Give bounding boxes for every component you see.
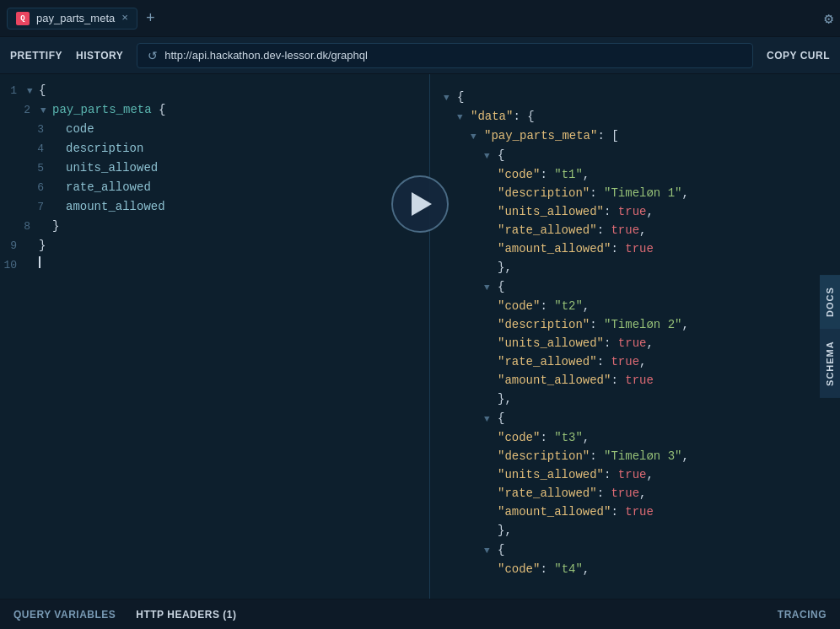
line-num-7: 7 xyxy=(27,199,54,216)
main-content: 1 ▼ { 2 ▼ pay_parts_meta { 3 code 4 desc… xyxy=(0,74,840,599)
resp-i3-desc: "description" : "Timeløn 3" , xyxy=(444,447,827,465)
resp-line-data: ▼ "data" : { xyxy=(444,107,827,126)
resp-i1-amount: "amount_allowed" : true xyxy=(444,239,827,258)
play-icon xyxy=(412,192,432,216)
resp-i3-code: "code" : "t3" , xyxy=(444,428,827,447)
tab-bar-left: Q pay_parts_meta × + xyxy=(7,8,160,30)
query-line-8: 8 } xyxy=(0,217,429,236)
response-panel[interactable]: ▼ { ▼ "data" : { ▼ "pay_parts_meta" : [ … xyxy=(430,74,840,599)
resp-i3-amount: "amount_allowed" : true xyxy=(444,503,827,521)
tab-bar: Q pay_parts_meta × + ⚙ xyxy=(0,0,840,37)
resp-toggle-ppm[interactable]: ▼ xyxy=(471,128,481,145)
line-num-3: 3 xyxy=(27,121,54,138)
docs-panel-button[interactable]: DOCS xyxy=(820,275,840,329)
resp-i3-close: }, xyxy=(444,521,827,540)
http-headers-tab[interactable]: HTTP HEADERS (1) xyxy=(136,609,236,621)
resp-i1-code: "code" : "t1" , xyxy=(444,165,827,184)
line-num-1: 1 xyxy=(0,83,27,99)
resp-i2-desc: "description" : "Timeløn 2" , xyxy=(444,315,827,334)
resp-i2-code: "code" : "t2" , xyxy=(444,297,827,315)
resp-i1-rate: "rate_allowed" : true , xyxy=(444,221,827,239)
query-line-4: 4 description xyxy=(0,139,429,159)
resp-i4-code: "code" : "t4" , xyxy=(444,560,827,578)
query-variables-tab[interactable]: QUERY VARIABLES xyxy=(13,609,116,621)
line-num-4: 4 xyxy=(27,141,54,158)
resp-i1-close: }, xyxy=(444,258,827,277)
bottom-bar: QUERY VARIABLES HTTP HEADERS (1) TRACING xyxy=(0,599,840,629)
query-line-9: 9 } xyxy=(0,236,429,255)
line-num-8: 8 xyxy=(13,218,40,235)
side-buttons: DOCS SCHEMA xyxy=(820,275,840,397)
resp-line-brace-open: ▼ { xyxy=(444,88,827,107)
copy-curl-button[interactable]: COPY CURL xyxy=(767,50,830,62)
resp-item-4-open: ▼ { xyxy=(444,540,827,560)
url-text: http://api.hackathon.dev-lessor.dk/graph… xyxy=(164,49,368,62)
resp-item-2-open: ▼ { xyxy=(444,277,827,297)
bottom-tabs: QUERY VARIABLES HTTP HEADERS (1) xyxy=(13,609,236,621)
query-line-7: 7 amount_allowed xyxy=(0,197,429,217)
resp-toggle-0[interactable]: ▼ xyxy=(444,89,454,106)
resp-toggle-data[interactable]: ▼ xyxy=(457,109,467,126)
resp-i3-rate: "rate_allowed" : true , xyxy=(444,484,827,503)
tab-close-button[interactable]: × xyxy=(121,12,128,24)
refresh-icon: ↺ xyxy=(148,49,158,62)
execute-query-button[interactable] xyxy=(391,175,449,233)
schema-panel-button[interactable]: SCHEMA xyxy=(820,329,840,398)
tracing-button[interactable]: TRACING xyxy=(778,609,827,621)
line-toggle-2[interactable]: ▼ xyxy=(40,102,51,119)
resp-i2-rate: "rate_allowed" : true , xyxy=(444,352,827,371)
query-line-6: 6 rate_allowed xyxy=(0,178,429,197)
resp-line-ppm: ▼ "pay_parts_meta" : [ xyxy=(444,126,827,146)
active-tab[interactable]: Q pay_parts_meta × xyxy=(7,8,137,30)
resp-i1-desc: "description" : "Timeløn 1" , xyxy=(444,184,827,202)
query-editor[interactable]: 1 ▼ { 2 ▼ pay_parts_meta { 3 code 4 desc… xyxy=(0,74,430,599)
query-line-5: 5 units_allowed xyxy=(0,159,429,178)
new-tab-button[interactable]: + xyxy=(141,8,160,29)
url-bar[interactable]: ↺ http://api.hackathon.dev-lessor.dk/gra… xyxy=(137,43,753,68)
line-num-2: 2 xyxy=(13,102,40,119)
query-line-10: 10 xyxy=(0,255,429,275)
tab-icon: Q xyxy=(16,12,30,25)
text-cursor xyxy=(39,256,40,268)
resp-i1-units: "units_allowed" : true , xyxy=(444,202,827,221)
query-line-3: 3 code xyxy=(0,120,429,139)
query-line-2: 2 ▼ pay_parts_meta { xyxy=(0,100,429,120)
settings-icon[interactable]: ⚙ xyxy=(824,9,833,28)
resp-i2-close: }, xyxy=(444,390,827,409)
line-num-9: 9 xyxy=(0,238,27,255)
line-toggle-1[interactable]: ▼ xyxy=(27,83,37,99)
resp-toggle-i3[interactable]: ▼ xyxy=(484,411,494,427)
line-num-10: 10 xyxy=(0,257,27,274)
play-button-container xyxy=(391,175,449,233)
toolbar: PRETTIFY HISTORY ↺ http://api.hackathon.… xyxy=(0,37,840,74)
resp-item-1-open: ▼ { xyxy=(444,146,827,165)
resp-i3-units: "units_allowed" : true , xyxy=(444,465,827,484)
resp-i2-units: "units_allowed" : true , xyxy=(444,334,827,352)
line-num-5: 5 xyxy=(27,160,54,177)
resp-toggle-i4[interactable]: ▼ xyxy=(484,542,494,559)
resp-toggle-i2[interactable]: ▼ xyxy=(484,279,494,296)
history-button[interactable]: HISTORY xyxy=(76,46,123,65)
prettify-button[interactable]: PRETTIFY xyxy=(10,46,62,65)
query-line-1: 1 ▼ { xyxy=(0,81,429,100)
tab-label: pay_parts_meta xyxy=(36,12,115,24)
resp-toggle-i1[interactable]: ▼ xyxy=(484,148,494,164)
resp-item-3-open: ▼ { xyxy=(444,409,827,428)
line-num-6: 6 xyxy=(27,180,54,196)
resp-i2-amount: "amount_allowed" : true xyxy=(444,371,827,390)
